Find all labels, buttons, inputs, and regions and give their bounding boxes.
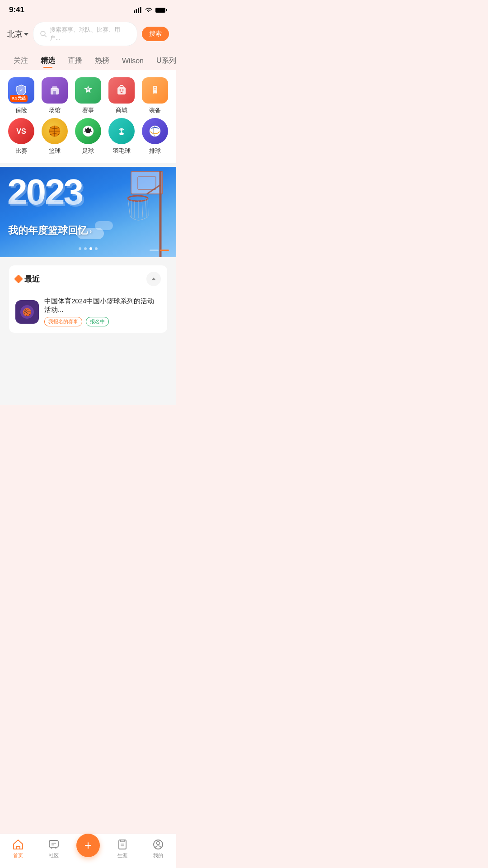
tab-wilson[interactable]: Wilson xyxy=(116,54,150,70)
status-time: 9:41 xyxy=(9,5,24,14)
venue-label: 场馆 xyxy=(49,106,61,114)
insurance-badge: 0.2元起 xyxy=(10,95,28,102)
svg-rect-4 xyxy=(155,8,165,13)
recent-tag-event: 我报名的赛事 xyxy=(44,317,82,326)
basketball-label: 篮球 xyxy=(49,147,61,155)
svg-rect-30 xyxy=(131,171,163,194)
svg-line-35 xyxy=(128,198,130,217)
svg-text:🏀: 🏀 xyxy=(23,308,32,316)
recent-item[interactable]: 🏀 中国体育2024中国小篮球系列的活动活动... 我报名的赛事 报名中 xyxy=(15,292,161,333)
svg-rect-1 xyxy=(136,9,137,13)
svg-rect-10 xyxy=(52,86,57,89)
svg-line-40 xyxy=(145,199,146,217)
location-text: 北京 xyxy=(7,29,23,39)
match-label: 比赛 xyxy=(15,147,27,155)
volleyball-icon-img xyxy=(148,124,162,138)
location-button[interactable]: 北京 xyxy=(7,29,28,39)
badminton-label: 羽毛球 xyxy=(113,147,131,155)
recent-section: 最近 🏀 中国体育2024中国小篮球系列的活动活动... xyxy=(9,265,167,333)
tab-selected[interactable]: 精选 xyxy=(34,53,61,70)
tab-live[interactable]: 直播 xyxy=(61,53,89,70)
location-arrow-icon xyxy=(24,33,28,36)
status-bar: 9:41 xyxy=(0,0,176,18)
gear-icon-img: 23 xyxy=(148,84,162,97)
svg-rect-2 xyxy=(138,8,139,13)
svg-text:✓: ✓ xyxy=(19,88,23,93)
recent-tag-status: 报名中 xyxy=(86,317,109,326)
event-label: 赛事 xyxy=(82,106,94,114)
recent-item-info: 中国体育2024中国小篮球系列的活动活动... 我报名的赛事 报名中 xyxy=(44,297,161,326)
nav-tabs: 关注 精选 直播 热榜 Wilson U系列 千 xyxy=(0,52,176,70)
basketball-icon-img xyxy=(47,124,62,138)
banner-dots xyxy=(79,247,98,250)
icon-event[interactable]: 赛事 xyxy=(73,77,103,114)
icon-row-2: VS 比赛 篮球 xyxy=(5,118,172,155)
header: 北京 搜索赛事、球队、比赛、用户... 搜索 xyxy=(0,18,176,52)
svg-rect-5 xyxy=(166,9,167,11)
icon-gear[interactable]: 23 装备 xyxy=(140,77,170,114)
icon-grid: ✓ 0.2元起 保险 场馆 xyxy=(0,70,176,163)
svg-text:VS: VS xyxy=(16,127,26,135)
icon-match[interactable]: VS 比赛 xyxy=(6,118,37,155)
svg-text:23: 23 xyxy=(153,90,157,94)
tab-hot[interactable]: 热榜 xyxy=(89,53,116,70)
signal-icon xyxy=(134,7,142,13)
banner-subtitle: 我的年度篮球回忆› xyxy=(8,224,92,237)
banner[interactable]: 2023 2023 xyxy=(0,167,176,257)
svg-point-24 xyxy=(86,129,90,133)
section-header: 最近 xyxy=(15,272,161,286)
svg-rect-11 xyxy=(53,91,56,94)
svg-rect-0 xyxy=(134,10,135,13)
search-button[interactable]: 搜索 xyxy=(142,27,169,41)
shop-icon-img xyxy=(115,84,128,97)
recent-title: 最近 xyxy=(24,274,40,284)
svg-rect-13 xyxy=(117,87,126,94)
battery-icon xyxy=(155,7,167,13)
recent-item-title: 中国体育2024中国小篮球系列的活动活动... xyxy=(44,297,161,314)
recent-item-icon: 🏀 xyxy=(15,300,39,324)
recent-item-tags: 我报名的赛事 报名中 xyxy=(44,317,161,326)
banner-year-main: 2023 xyxy=(7,174,82,210)
tab-useries[interactable]: U系列 xyxy=(150,53,176,70)
icon-volleyball[interactable]: 排球 xyxy=(140,118,170,155)
banner-progress-2 xyxy=(160,250,169,251)
football-label: 足球 xyxy=(82,147,94,155)
svg-line-36 xyxy=(131,200,132,217)
icon-badminton[interactable]: 羽毛球 xyxy=(106,118,137,155)
section-title: 最近 xyxy=(15,274,40,284)
status-icons xyxy=(134,7,167,13)
badminton-icon-img xyxy=(114,124,129,138)
wifi-icon xyxy=(145,7,153,13)
tab-follow[interactable]: 关注 xyxy=(7,53,34,70)
banner-dot-3 xyxy=(89,247,92,250)
recent-wrapper: 最近 🏀 中国体育2024中国小篮球系列的活动活动... xyxy=(0,261,176,369)
icon-shop[interactable]: 商城 xyxy=(106,77,137,114)
venue-icon-img xyxy=(48,84,61,97)
match-icon-img: VS xyxy=(14,124,28,138)
gear-label: 装备 xyxy=(149,106,161,114)
svg-point-14 xyxy=(120,90,121,91)
icon-insurance[interactable]: ✓ 0.2元起 保险 xyxy=(6,77,37,114)
icon-row-1: ✓ 0.2元起 保险 场馆 xyxy=(5,77,172,114)
icon-football[interactable]: 足球 xyxy=(73,118,103,155)
svg-point-15 xyxy=(122,90,124,91)
event-icon-img xyxy=(81,84,95,97)
svg-point-25 xyxy=(119,132,124,135)
diamond-icon xyxy=(14,274,23,283)
recent-basketball-icon: 🏀 xyxy=(19,304,35,320)
banner-progress-1 xyxy=(150,250,159,251)
collapse-arrow-icon xyxy=(151,278,156,280)
svg-line-7 xyxy=(45,35,47,37)
search-bar[interactable]: 搜索赛事、球队、比赛、用户... xyxy=(33,22,137,46)
banner-dot-1 xyxy=(79,247,81,250)
basketball-hoop-icon xyxy=(95,167,176,257)
icon-basketball[interactable]: 篮球 xyxy=(39,118,70,155)
svg-point-12 xyxy=(87,88,89,90)
icon-venue[interactable]: 场馆 xyxy=(39,77,70,114)
banner-dot-2 xyxy=(84,247,87,250)
banner-progress xyxy=(150,250,169,251)
main-content: ✓ 0.2元起 保险 场馆 xyxy=(0,70,176,405)
svg-rect-3 xyxy=(140,7,141,13)
search-icon xyxy=(40,30,47,38)
collapse-button[interactable] xyxy=(146,272,161,286)
